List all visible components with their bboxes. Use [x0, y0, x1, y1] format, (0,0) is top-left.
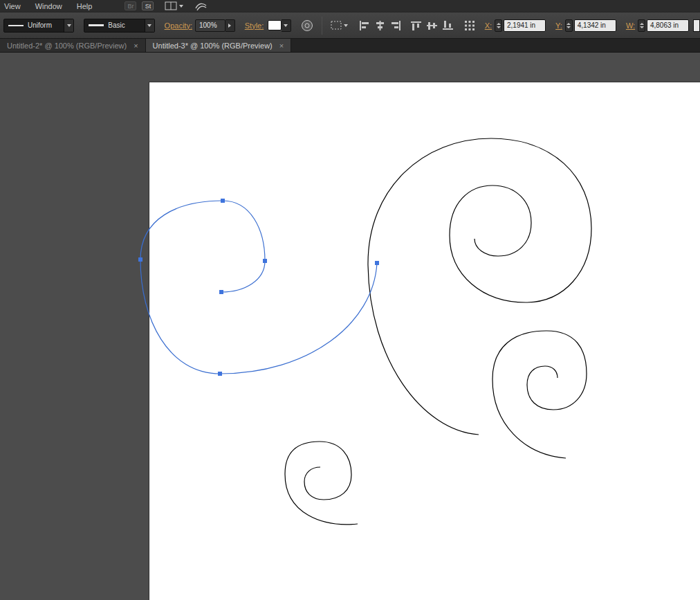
- align-center-horizontal-icon[interactable]: [375, 21, 385, 30]
- x-link[interactable]: X:: [485, 21, 492, 30]
- w-link[interactable]: W:: [626, 21, 635, 30]
- width-profile-label: Uniform: [28, 21, 57, 29]
- width-profile-arrow[interactable]: [64, 19, 73, 32]
- align-top-icon[interactable]: [411, 21, 421, 30]
- gpu-performance-icon[interactable]: [194, 1, 208, 11]
- anchor-point[interactable]: [138, 257, 142, 262]
- align-left-icon[interactable]: [359, 21, 369, 30]
- align-right-icon[interactable]: [391, 21, 401, 30]
- close-tab-icon[interactable]: ×: [279, 42, 284, 50]
- select-similar-icon[interactable]: [331, 21, 348, 30]
- brush-label: Basic: [108, 21, 130, 29]
- small-right-spiral-path[interactable]: [492, 331, 587, 458]
- style-swatch[interactable]: [268, 20, 282, 30]
- anchor-point[interactable]: [219, 290, 223, 294]
- align-bottom-icon[interactable]: [443, 21, 453, 30]
- opacity-slider-button[interactable]: [225, 19, 235, 32]
- style-arrow-button[interactable]: [282, 19, 291, 32]
- illustrator-window: View Window Help Br St Uniform Bas: [0, 0, 700, 600]
- opacity-link[interactable]: Opacity:: [165, 21, 192, 30]
- menu-bar: View Window Help Br St: [0, 0, 700, 12]
- menu-window[interactable]: Window: [35, 2, 70, 10]
- selected-spiral-path[interactable]: [140, 201, 377, 374]
- tab-label: Untitled-3* @ 100% (RGB/Preview): [153, 42, 273, 50]
- control-bar: Uniform Basic Opacity: 100% Style:: [0, 12, 700, 39]
- opacity-field[interactable]: 100%: [195, 19, 225, 32]
- anchor-point[interactable]: [375, 261, 379, 265]
- tab-untitled-3[interactable]: Untitled-3* @ 100% (RGB/Preview) ×: [146, 39, 292, 52]
- bridge-button[interactable]: Br: [125, 1, 136, 10]
- style-link[interactable]: Style:: [245, 21, 264, 30]
- brush-preview: [89, 24, 104, 26]
- y-stepper[interactable]: [565, 19, 573, 32]
- large-spiral-path[interactable]: [368, 138, 591, 435]
- chevron-down-icon: [344, 24, 348, 27]
- x-stepper[interactable]: [495, 19, 502, 32]
- anchor-point[interactable]: [221, 199, 225, 203]
- menu-help[interactable]: Help: [77, 2, 100, 10]
- transform-grid-icon[interactable]: [464, 20, 475, 31]
- chevron-down-icon: [179, 5, 183, 8]
- document-tab-bar: Untitled-2* @ 100% (RGB/Preview) × Untit…: [0, 39, 700, 53]
- y-field[interactable]: 4,1342 in: [574, 19, 616, 32]
- width-profile-dropdown[interactable]: Uniform: [3, 19, 74, 33]
- w-stepper[interactable]: [638, 19, 645, 32]
- stock-button[interactable]: St: [142, 1, 154, 10]
- close-tab-icon[interactable]: ×: [133, 42, 138, 50]
- brush-arrow[interactable]: [145, 19, 154, 32]
- tab-untitled-2[interactable]: Untitled-2* @ 100% (RGB/Preview) ×: [0, 39, 146, 52]
- arrange-documents-icon[interactable]: [165, 1, 183, 10]
- clipped-next-field: [693, 19, 700, 32]
- small-bottom-spiral-path[interactable]: [285, 442, 358, 525]
- stroke-profile-preview: [8, 25, 24, 26]
- align-center-vertical-icon[interactable]: [427, 21, 437, 30]
- menu-view[interactable]: View: [4, 2, 28, 10]
- x-field[interactable]: 2,1941 in: [504, 19, 546, 32]
- divider: [322, 17, 322, 35]
- brush-definition-dropdown[interactable]: Basic: [84, 19, 154, 33]
- recolor-artwork-icon[interactable]: [301, 19, 313, 32]
- w-field[interactable]: 4,8063 in: [647, 19, 689, 32]
- y-link[interactable]: Y:: [555, 21, 562, 30]
- anchor-point[interactable]: [218, 372, 222, 376]
- tab-label: Untitled-2* @ 100% (RGB/Preview): [7, 42, 127, 50]
- anchor-point[interactable]: [263, 259, 267, 263]
- artwork-svg: [0, 0, 700, 600]
